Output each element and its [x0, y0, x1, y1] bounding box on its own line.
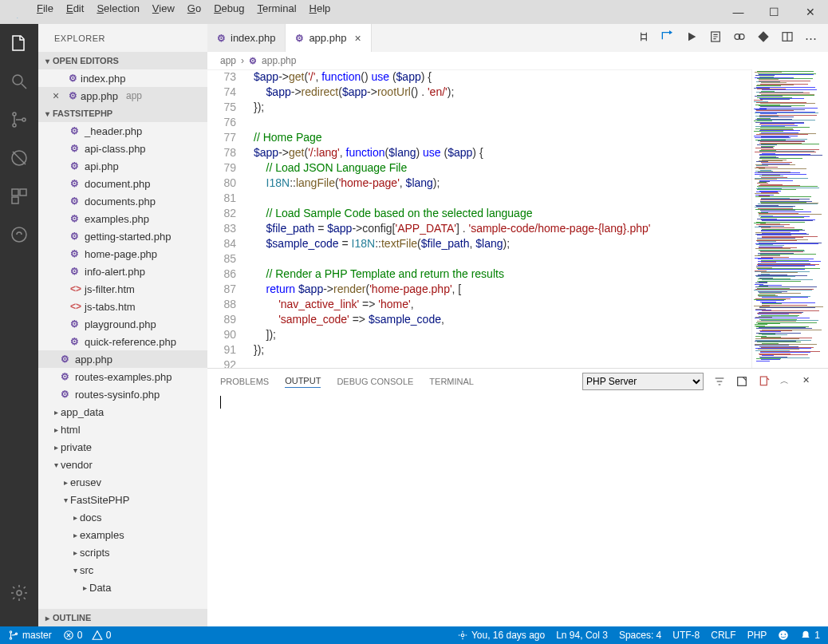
folder-item[interactable]: ▸erusev [38, 473, 207, 491]
source-control-icon[interactable] [8, 109, 30, 131]
cursor-position[interactable]: Ln 94, Col 3 [556, 630, 608, 641]
open-changes-icon[interactable] [709, 30, 722, 45]
menu-bar: FileEditSelectionViewGoDebugTerminalHelp [0, 0, 716, 18]
php-file-icon: ⚙ [217, 33, 226, 44]
panel-close-icon[interactable]: ✕ [802, 375, 815, 388]
file-item[interactable]: ⚙documents.php [38, 192, 207, 210]
svg-rect-7 [12, 197, 18, 203]
panel-tab-problems[interactable]: PROBLEMS [220, 377, 269, 386]
file-item[interactable]: <>js-filter.htm [38, 280, 207, 298]
clear-output-icon[interactable] [758, 375, 771, 388]
php-file-icon: ⚙ [70, 318, 85, 330]
open-editors-header[interactable]: ▾OPEN EDITORS [38, 52, 207, 69]
project-header[interactable]: ▾FASTSITEPHP [38, 105, 207, 122]
filter-icon[interactable] [713, 375, 726, 388]
git-blame[interactable]: You, 16 days ago [457, 630, 545, 641]
debug-icon[interactable] [8, 147, 30, 169]
run-icon[interactable] [685, 30, 698, 45]
folder-item[interactable]: ▸docs [38, 508, 207, 526]
git-branch[interactable]: master [8, 630, 52, 641]
php-file-icon: ⚙ [69, 90, 77, 101]
language-mode[interactable]: PHP [747, 630, 767, 641]
close-button[interactable]: ✕ [792, 0, 828, 24]
breadcrumb[interactable]: app › ⚙ app.php [207, 52, 828, 69]
menu-file[interactable]: File [30, 0, 60, 21]
panel-tab-debug-console[interactable]: DEBUG CONSOLE [337, 377, 413, 386]
folder-item[interactable]: ▸app_data [38, 403, 207, 421]
feedback-icon[interactable] [778, 630, 789, 641]
menu-terminal[interactable]: Terminal [250, 0, 302, 21]
file-item[interactable]: ⚙home-page.php [38, 245, 207, 263]
folder-item[interactable]: ▸scripts [38, 543, 207, 561]
open-editor-item[interactable]: ×⚙app.phpapp [38, 87, 207, 105]
problems-count[interactable]: 0 0 [63, 630, 112, 641]
file-item[interactable]: ⚙playground.php [38, 315, 207, 333]
split-editor-icon[interactable] [781, 30, 794, 45]
panel-tab-terminal[interactable]: TERMINAL [429, 377, 474, 386]
more-actions-icon[interactable]: ⋯ [805, 31, 817, 45]
svg-point-20 [461, 634, 464, 637]
file-item[interactable]: ⚙routes-sysinfo.php [38, 385, 207, 403]
search-icon[interactable] [8, 70, 30, 93]
title-bar: FileEditSelectionViewGoDebugTerminalHelp… [0, 0, 828, 24]
menu-view[interactable]: View [146, 0, 181, 21]
minimize-button[interactable]: — [720, 0, 756, 24]
notifications[interactable]: 1 [800, 630, 820, 641]
open-editor-item[interactable]: ⚙index.php [38, 69, 207, 87]
eol[interactable]: CRLF [711, 630, 735, 641]
file-item[interactable]: ⚙app.php [38, 350, 207, 368]
file-item[interactable]: ⚙api.php [38, 157, 207, 175]
open-preview-icon[interactable] [661, 30, 674, 45]
file-item[interactable]: ⚙routes-examples.php [38, 368, 207, 385]
close-tab-icon[interactable]: × [354, 32, 361, 45]
close-editor-icon[interactable]: × [53, 89, 65, 102]
file-item[interactable]: <>js-tabs.htm [38, 298, 207, 315]
file-item[interactable]: ⚙examples.php [38, 210, 207, 227]
menu-selection[interactable]: Selection [90, 0, 145, 21]
extensions-icon[interactable] [8, 185, 30, 207]
php-file-icon: ⚙ [70, 125, 85, 136]
folder-item[interactable]: ▾src [38, 561, 207, 579]
file-item[interactable]: ⚙getting-started.php [38, 227, 207, 245]
menu-edit[interactable]: Edit [60, 0, 90, 21]
folder-item[interactable]: ▸Data [38, 579, 207, 596]
php-file-icon: ⚙ [70, 178, 85, 189]
menu-debug[interactable]: Debug [207, 0, 250, 21]
folder-item[interactable]: ▾FastSitePHP [38, 491, 207, 508]
folder-item[interactable]: ▾vendor [38, 456, 207, 473]
folder-item[interactable]: ▸html [38, 421, 207, 438]
encoding[interactable]: UTF-8 [672, 630, 700, 641]
file-item[interactable]: ⚙quick-reference.php [38, 333, 207, 350]
git-icon[interactable] [757, 30, 770, 45]
open-log-icon[interactable] [735, 375, 748, 388]
toggle-icon[interactable] [733, 30, 746, 45]
indentation[interactable]: Spaces: 4 [619, 630, 661, 641]
outline-header[interactable]: ▸OUTLINE [38, 609, 207, 626]
svg-point-9 [17, 591, 22, 595]
php-file-icon: ⚙ [61, 371, 75, 382]
maximize-button[interactable]: ☐ [756, 0, 792, 24]
panel-collapse-icon[interactable]: ︿ [780, 375, 793, 388]
menu-go[interactable]: Go [181, 0, 207, 21]
compare-changes-icon[interactable] [637, 30, 650, 45]
php-file-icon: ⚙ [70, 336, 85, 347]
menu-help[interactable]: Help [303, 0, 337, 21]
file-item[interactable]: ⚙_header.php [38, 122, 207, 140]
folder-item[interactable]: ▸private [38, 438, 207, 456]
breadcrumb-folder[interactable]: app [220, 55, 236, 66]
settings-gear-icon[interactable] [8, 582, 30, 604]
editor-tab[interactable]: ⚙index.php [207, 24, 286, 52]
live-share-icon[interactable] [8, 223, 30, 246]
breadcrumb-file[interactable]: app.php [262, 55, 296, 66]
output-channel-select[interactable]: PHP Server [582, 373, 704, 390]
file-item[interactable]: ⚙api-class.php [38, 140, 207, 157]
output-body[interactable] [207, 394, 828, 626]
minimap[interactable] [751, 69, 828, 368]
panel-tab-output[interactable]: OUTPUT [285, 376, 321, 388]
file-item[interactable]: ⚙info-alert.php [38, 263, 207, 280]
editor-tab[interactable]: ⚙app.php× [286, 24, 371, 52]
explorer-icon[interactable] [8, 32, 30, 54]
file-item[interactable]: ⚙document.php [38, 175, 207, 192]
code-editor[interactable]: 7374757677787980818283848586878889909192… [207, 69, 751, 368]
folder-item[interactable]: ▸examples [38, 526, 207, 543]
